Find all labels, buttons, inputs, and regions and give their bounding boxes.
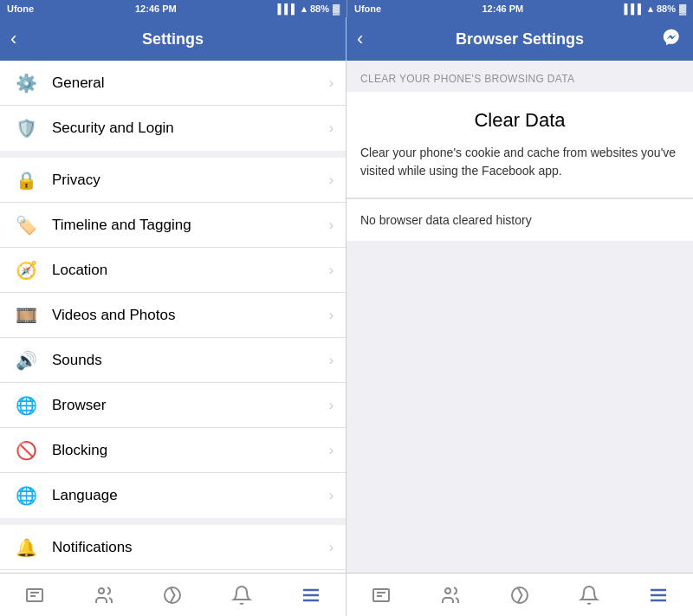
settings-section-2: 🔒 Privacy › 🏷️ Timeline and Tagging › 🧭 … <box>0 158 346 518</box>
settings-item-videos[interactable]: 🎞️ Videos and Photos › <box>0 293 346 338</box>
videos-chevron: › <box>329 308 334 323</box>
security-chevron: › <box>329 120 334 136</box>
right-carrier: Ufone <box>354 3 381 14</box>
general-icon: ⚙️ <box>12 69 40 97</box>
right-wifi-icon: ▴ <box>648 3 653 15</box>
left-tab-bar <box>0 573 346 616</box>
security-icon: 🛡️ <box>12 114 40 142</box>
videos-icon: 🎞️ <box>12 302 40 329</box>
right-tab-friends[interactable] <box>416 574 485 616</box>
location-chevron: › <box>329 263 334 278</box>
svg-point-3 <box>99 588 104 593</box>
videos-label: Videos and Photos <box>52 307 329 324</box>
settings-item-location[interactable]: 🧭 Location › <box>0 248 346 293</box>
left-signal-icon: ▌▌▌ <box>278 3 298 14</box>
history-text: No browser data cleared history <box>360 213 679 227</box>
browser-label: Browser <box>52 397 329 414</box>
right-tab-discover[interactable] <box>485 574 554 616</box>
left-tab-news[interactable] <box>0 574 69 616</box>
left-tab-friends[interactable] <box>69 574 139 616</box>
blocking-label: Blocking <box>52 442 329 459</box>
privacy-chevron: › <box>329 172 334 188</box>
svg-point-11 <box>445 588 450 593</box>
location-label: Location <box>52 262 329 279</box>
left-tab-discover[interactable] <box>139 574 208 616</box>
settings-item-blocking[interactable]: 🚫 Blocking › <box>0 428 346 473</box>
left-back-button[interactable]: ‹ <box>10 28 16 50</box>
right-tab-menu[interactable] <box>624 574 693 616</box>
right-tab-notifications[interactable] <box>554 574 624 616</box>
left-navbar: ‹ Settings <box>0 17 346 61</box>
clear-data-title: Clear Data <box>474 109 565 132</box>
history-box: No browser data cleared history <box>346 198 693 241</box>
settings-item-browser[interactable]: 🌐 Browser › <box>0 383 346 428</box>
left-time: 12:46 PM <box>135 3 177 14</box>
language-chevron: › <box>329 488 334 503</box>
settings-item-privacy[interactable]: 🔒 Privacy › <box>0 158 346 203</box>
security-label: Security and Login <box>52 120 329 137</box>
messenger-icon[interactable] <box>662 28 681 51</box>
left-nav-title: Settings <box>142 30 204 49</box>
language-label: Language <box>52 487 329 504</box>
left-carrier: Ufone <box>7 3 34 14</box>
timeline-label: Timeline and Tagging <box>52 217 329 234</box>
settings-section-3: 🔔 Notifications › 💬 Text Messaging › <box>0 525 346 573</box>
notifications-icon: 🔔 <box>12 534 40 561</box>
right-navbar: ‹ Browser Settings <box>346 17 693 61</box>
left-battery-icon: ▓ <box>333 3 340 14</box>
left-battery: 88% <box>310 3 329 14</box>
settings-item-language[interactable]: 🌐 Language › <box>0 473 346 518</box>
clear-data-desc: Clear your phone's cookie and cache from… <box>360 144 679 180</box>
settings-item-general[interactable]: ⚙️ General › <box>0 61 346 106</box>
general-chevron: › <box>329 75 334 91</box>
right-signal-icon: ▌▌▌ <box>625 3 644 14</box>
right-back-button[interactable]: ‹ <box>357 28 363 50</box>
location-icon: 🧭 <box>12 256 40 284</box>
general-label: General <box>52 75 329 92</box>
notifications-chevron: › <box>329 540 334 555</box>
left-tab-notifications[interactable] <box>207 574 276 616</box>
right-battery: 88% <box>657 3 676 14</box>
privacy-icon: 🔒 <box>12 166 40 194</box>
right-tab-bar <box>346 573 693 616</box>
settings-item-timeline[interactable]: 🏷️ Timeline and Tagging › <box>0 203 346 248</box>
settings-item-notifications[interactable]: 🔔 Notifications › <box>0 525 346 570</box>
language-icon: 🌐 <box>12 482 40 509</box>
clear-data-box: Clear Data Clear your phone's cookie and… <box>346 92 693 198</box>
left-tab-menu[interactable] <box>276 574 346 616</box>
right-tab-news[interactable] <box>346 574 416 616</box>
settings-section-1: ⚙️ General › 🛡️ Security and Login › <box>0 61 346 151</box>
sounds-icon: 🔊 <box>12 347 40 374</box>
right-battery-icon: ▓ <box>679 3 686 14</box>
blocking-chevron: › <box>329 443 334 458</box>
settings-list: ⚙️ General › 🛡️ Security and Login › 🔒 P… <box>0 61 346 573</box>
notifications-label: Notifications <box>52 539 329 556</box>
sounds-label: Sounds <box>52 352 329 369</box>
settings-item-security[interactable]: 🛡️ Security and Login › <box>0 106 346 151</box>
right-time: 12:46 PM <box>483 3 524 14</box>
blocking-icon: 🚫 <box>12 437 40 464</box>
browsing-section-label: CLEAR YOUR PHONE'S BROWSING DATA <box>346 61 693 92</box>
timeline-chevron: › <box>329 217 334 233</box>
browser-chevron: › <box>329 398 334 413</box>
left-wifi-icon: ▴ <box>301 3 307 15</box>
settings-item-sounds[interactable]: 🔊 Sounds › <box>0 338 346 383</box>
right-content: CLEAR YOUR PHONE'S BROWSING DATA Clear D… <box>346 61 693 573</box>
timeline-icon: 🏷️ <box>12 211 40 239</box>
sounds-chevron: › <box>329 353 334 368</box>
browser-icon: 🌐 <box>12 392 40 419</box>
privacy-label: Privacy <box>52 172 329 189</box>
right-nav-title: Browser Settings <box>456 30 584 49</box>
